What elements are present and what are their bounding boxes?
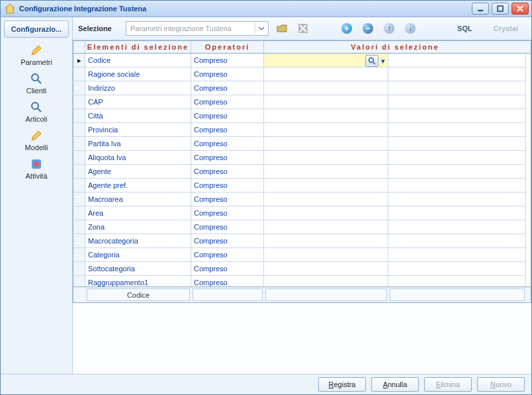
table-row[interactable]: ProvinciaCompreso [73, 123, 531, 137]
sidebar-item-attivita[interactable]: Attività [1, 154, 72, 182]
cell-operator[interactable]: Compreso [191, 137, 264, 151]
cell-value-to[interactable] [388, 262, 526, 276]
cell-value-from[interactable] [264, 151, 388, 165]
cell-value-to[interactable] [388, 276, 526, 286]
row-marker[interactable] [73, 67, 85, 81]
remove-row-button[interactable]: − [360, 21, 376, 36]
cell-element[interactable]: Ragione sociale [85, 67, 191, 81]
col-values-from[interactable]: Valori di selezione [264, 41, 526, 53]
cell-element[interactable]: CAP [85, 95, 191, 109]
cell-value-to[interactable] [388, 95, 526, 109]
selection-combo[interactable]: Parametri integrazione Tustena [126, 21, 269, 36]
table-row[interactable]: Agente pref.Compreso [73, 179, 531, 193]
table-row[interactable]: MacroareaCompreso [73, 193, 531, 206]
cell-value-to[interactable] [388, 234, 526, 248]
row-marker[interactable] [73, 262, 85, 276]
open-button[interactable] [274, 21, 290, 36]
table-row[interactable]: Ragione socialeCompreso [73, 67, 531, 81]
cell-value-to[interactable] [388, 165, 526, 179]
row-marker[interactable] [73, 151, 85, 165]
cell-operator[interactable]: Compreso [191, 276, 264, 286]
minimize-button[interactable] [472, 3, 489, 15]
sidebar-item-clienti[interactable]: Clienti [1, 68, 72, 97]
cell-element[interactable]: Agente pref. [85, 179, 191, 193]
cell-element[interactable]: Partita Iva [85, 137, 191, 151]
cell-operator[interactable]: Compreso [191, 54, 264, 67]
col-operators[interactable]: Operatori [191, 41, 264, 53]
cell-element[interactable]: Indirizzo [85, 81, 191, 95]
cell-operator[interactable]: Compreso [191, 81, 264, 95]
cell-operator[interactable]: Compreso [191, 193, 264, 206]
cell-operator[interactable]: Compreso [191, 262, 264, 276]
cell-value-from[interactable] [264, 109, 388, 123]
move-down-button[interactable]: ↓ [402, 21, 418, 36]
cell-value-from[interactable] [264, 276, 388, 286]
table-row[interactable]: CategoriaCompreso [73, 248, 531, 262]
row-marker[interactable] [73, 193, 85, 206]
cell-operator[interactable]: Compreso [191, 109, 264, 123]
table-row[interactable]: ZonaCompreso [73, 220, 531, 234]
cell-value-to[interactable] [388, 151, 526, 165]
cell-operator[interactable]: Compreso [191, 151, 264, 165]
add-row-button[interactable]: + [339, 21, 355, 36]
cell-value-to[interactable] [388, 193, 526, 206]
move-up-button[interactable]: ↑ [381, 21, 397, 36]
table-row[interactable]: Raggruppamento1Compreso [73, 276, 531, 286]
table-row[interactable]: Aliquota IvaCompreso [73, 151, 531, 165]
maximize-button[interactable] [492, 3, 509, 15]
cell-operator[interactable]: Compreso [191, 234, 264, 248]
row-marker[interactable] [73, 137, 85, 151]
cell-element[interactable]: Codice [85, 54, 191, 67]
cell-value-to[interactable] [388, 220, 526, 234]
crystal-button[interactable]: Crystal [486, 21, 526, 36]
row-marker[interactable]: ▸ [73, 54, 85, 67]
row-marker[interactable] [73, 109, 85, 123]
col-elements[interactable]: Elementi di selezione [85, 41, 191, 53]
delete-param-button[interactable] [295, 21, 311, 36]
row-marker[interactable] [73, 81, 85, 95]
sidebar-item-articoli[interactable]: Articoli [1, 97, 72, 125]
lookup-control[interactable]: ▾ [365, 55, 386, 67]
cell-value-from[interactable]: ▾ [264, 54, 388, 67]
table-row[interactable]: ▸CodiceCompreso▾ [73, 54, 531, 67]
cell-operator[interactable]: Compreso [191, 123, 264, 137]
table-row[interactable]: SottocategoriaCompreso [73, 262, 531, 276]
cell-element[interactable]: Sottocategoria [85, 262, 191, 276]
cell-element[interactable]: Provincia [85, 123, 191, 137]
cell-element[interactable]: Macroarea [85, 193, 191, 206]
sidebar-item-modelli[interactable]: Modelli [1, 125, 72, 154]
cell-operator[interactable]: Compreso [191, 67, 264, 81]
register-button[interactable]: Registra [318, 377, 366, 392]
cell-operator[interactable]: Compreso [191, 165, 264, 179]
cell-value-to[interactable] [388, 137, 526, 151]
sidebar-item-parametri[interactable]: Parametri [1, 40, 72, 68]
cell-element[interactable]: Categoria [85, 248, 191, 262]
cell-value-from[interactable] [264, 95, 388, 109]
cell-value-from[interactable] [264, 220, 388, 234]
cell-value-to[interactable] [388, 67, 526, 81]
cell-element[interactable]: Zona [85, 220, 191, 234]
table-row[interactable]: CAPCompreso [73, 95, 531, 109]
cell-operator[interactable]: Compreso [191, 248, 264, 262]
cell-value-to[interactable] [388, 109, 526, 123]
row-marker[interactable] [73, 179, 85, 193]
sidebar-header[interactable]: Configurazio... [4, 21, 69, 38]
table-row[interactable]: AreaCompreso [73, 206, 531, 220]
row-marker[interactable] [73, 123, 85, 137]
cell-value-from[interactable] [264, 193, 388, 206]
cell-value-to[interactable] [388, 206, 526, 220]
cell-value-from[interactable] [264, 206, 388, 220]
cell-element[interactable]: Agente [85, 165, 191, 179]
close-button[interactable] [511, 3, 529, 15]
cell-value-from[interactable] [264, 248, 388, 262]
table-row[interactable]: IndirizzoCompreso [73, 81, 531, 95]
cell-element[interactable]: Aliquota Iva [85, 151, 191, 165]
table-row[interactable]: MacrocategoriaCompreso [73, 234, 531, 248]
cell-value-to[interactable] [388, 179, 526, 193]
cell-operator[interactable]: Compreso [191, 179, 264, 193]
cell-element[interactable]: Area [85, 206, 191, 220]
cell-element[interactable]: Città [85, 109, 191, 123]
cell-element[interactable]: Macrocategoria [85, 234, 191, 248]
cell-value-from[interactable] [264, 234, 388, 248]
row-marker[interactable] [73, 234, 85, 248]
